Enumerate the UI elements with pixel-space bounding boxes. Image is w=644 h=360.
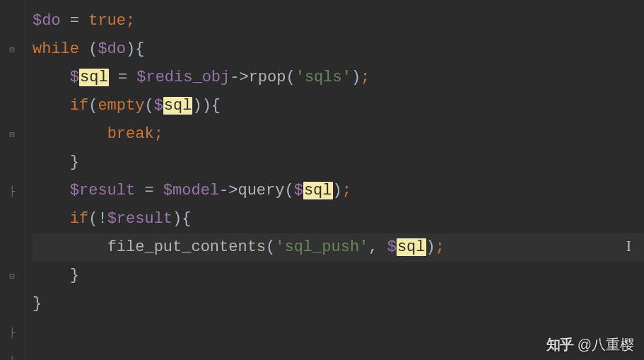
code-line[interactable]: } (33, 290, 644, 318)
code-token: $ (154, 97, 163, 115)
code-line[interactable]: } (33, 149, 644, 177)
code-token: ( (284, 182, 293, 199)
fold-collapse-icon[interactable]: ⊟ (0, 262, 25, 290)
code-token: } (70, 153, 79, 171)
code-token: ( (266, 238, 275, 256)
code-token: while (33, 40, 79, 58)
code-token: $result (70, 182, 135, 199)
code-token: -> (230, 69, 248, 86)
search-highlight: sql (163, 97, 193, 115)
code-token: , (368, 238, 377, 256)
code-token: = (118, 69, 127, 86)
code-line[interactable]: } (33, 262, 644, 290)
code-token: ) (126, 40, 135, 58)
code-editor[interactable]: ⊟⊟├⊟├└ $do = true;while ($do){ $sql = $r… (0, 0, 644, 360)
code-token (109, 69, 118, 86)
fold-guide-icon: └ (0, 347, 25, 360)
code-token: ; (435, 238, 445, 256)
code-token: if (70, 97, 88, 115)
code-token: -> (219, 182, 238, 199)
fold-gutter: ⊟⊟├⊟├└ (0, 0, 25, 360)
code-token: rpop (249, 69, 286, 86)
text-cursor-icon: I (626, 232, 631, 260)
code-line[interactable]: file_put_contents('sql_push', $sql);I (33, 233, 644, 262)
code-token: empty (98, 97, 144, 115)
code-token: ; (154, 125, 163, 143)
fold-collapse-icon[interactable]: ⊟ (0, 35, 25, 64)
code-token: ( (144, 97, 153, 115)
code-token: 'sql_push' (275, 238, 368, 256)
code-token: ) (351, 69, 361, 86)
search-highlight: sql (79, 69, 109, 86)
code-token: $model (163, 182, 219, 199)
code-token: { (182, 210, 191, 228)
code-line[interactable]: if(!$result){ (33, 205, 644, 233)
code-token: { (211, 97, 221, 115)
code-token: { (135, 40, 144, 58)
code-line[interactable]: while ($do){ (33, 35, 644, 64)
code-token: } (33, 295, 42, 313)
code-token (135, 182, 144, 199)
code-token: (! (88, 210, 107, 228)
fold-empty (0, 7, 25, 35)
fold-guide-icon: ├ (0, 177, 25, 205)
code-token: $ (70, 69, 79, 86)
code-token: file_put_contents (107, 238, 266, 256)
code-token: ; (361, 69, 370, 86)
code-token: ) (172, 210, 182, 228)
fold-empty (0, 290, 25, 318)
code-token: true (88, 12, 126, 30)
fold-empty (0, 205, 25, 233)
code-token (127, 69, 136, 86)
code-line[interactable]: $result = $model->query($sql); (33, 177, 644, 205)
code-token: $result (107, 210, 172, 228)
code-token: $do (33, 12, 61, 30)
fold-empty (0, 64, 25, 92)
code-token: $do (98, 40, 126, 58)
code-token: ; (126, 12, 135, 30)
code-token: } (70, 267, 79, 284)
code-token: $ (294, 182, 303, 199)
search-highlight: sql (303, 182, 333, 199)
code-token: if (70, 210, 88, 228)
fold-collapse-icon[interactable]: ⊟ (0, 120, 25, 149)
code-line[interactable]: break; (33, 120, 644, 149)
code-token: break (107, 125, 154, 143)
code-token: = (70, 12, 79, 30)
code-token: )) (192, 97, 211, 115)
code-token: ( (79, 40, 98, 58)
code-token: $ (387, 238, 397, 256)
code-token (79, 12, 88, 30)
code-token (154, 182, 163, 199)
code-token: ; (342, 182, 351, 199)
code-token: = (144, 182, 153, 199)
code-token (61, 12, 70, 30)
fold-empty (0, 233, 25, 262)
code-token: query (238, 182, 284, 199)
code-line[interactable]: if(empty($sql)){ (33, 92, 644, 120)
code-token: ) (333, 182, 342, 199)
code-area[interactable]: $do = true;while ($do){ $sql = $redis_ob… (25, 0, 644, 360)
fold-guide-icon: ├ (0, 318, 25, 347)
code-token (378, 238, 387, 256)
code-line[interactable]: $do = true; (33, 7, 644, 35)
code-line[interactable]: $sql = $redis_obj->rpop('sqls'); (33, 64, 644, 92)
fold-empty (0, 92, 25, 120)
code-token: ( (88, 97, 98, 115)
code-token: ( (286, 69, 295, 86)
code-token: ) (426, 238, 435, 256)
search-highlight: sql (397, 238, 426, 256)
fold-empty (0, 149, 25, 177)
code-token: $redis_obj (136, 69, 230, 86)
code-token: 'sqls' (295, 69, 351, 86)
